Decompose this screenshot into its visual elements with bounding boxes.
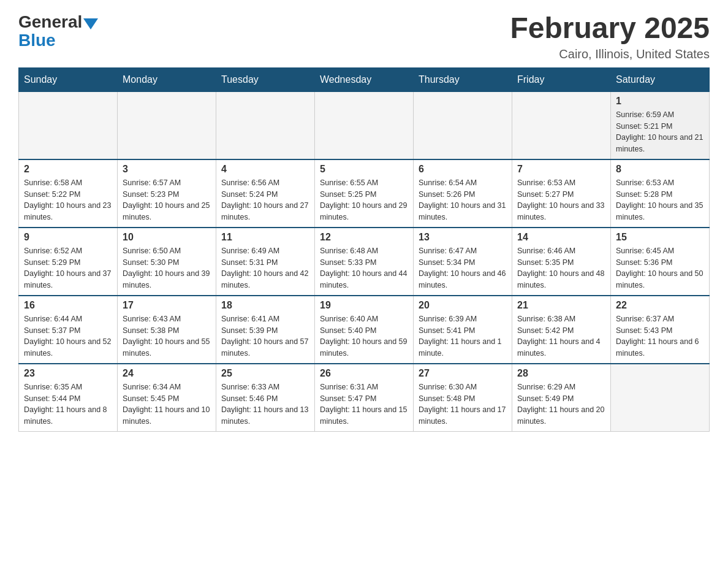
- day-info: Sunrise: 6:59 AMSunset: 5:21 PMDaylight:…: [616, 109, 704, 155]
- calendar-cell: 25Sunrise: 6:33 AMSunset: 5:46 PMDayligh…: [216, 364, 315, 432]
- day-info: Sunrise: 6:40 AMSunset: 5:40 PMDaylight:…: [320, 313, 408, 359]
- calendar-table: SundayMondayTuesdayWednesdayThursdayFrid…: [18, 67, 710, 432]
- day-info: Sunrise: 6:43 AMSunset: 5:38 PMDaylight:…: [123, 313, 211, 359]
- day-header-friday: Friday: [512, 67, 611, 91]
- day-info: Sunrise: 6:45 AMSunset: 5:36 PMDaylight:…: [616, 245, 704, 291]
- calendar-cell: 9Sunrise: 6:52 AMSunset: 5:29 PMDaylight…: [19, 228, 118, 296]
- day-info: Sunrise: 6:46 AMSunset: 5:35 PMDaylight:…: [517, 245, 605, 291]
- calendar-cell: 22Sunrise: 6:37 AMSunset: 5:43 PMDayligh…: [611, 296, 710, 364]
- calendar-cell: 3Sunrise: 6:57 AMSunset: 5:23 PMDaylight…: [118, 159, 216, 228]
- day-number: 24: [123, 368, 211, 379]
- day-number: 8: [616, 164, 704, 175]
- day-info: Sunrise: 6:39 AMSunset: 5:41 PMDaylight:…: [419, 313, 507, 359]
- day-number: 12: [320, 232, 408, 243]
- calendar-cell: 16Sunrise: 6:44 AMSunset: 5:37 PMDayligh…: [19, 296, 118, 364]
- calendar-cell: 2Sunrise: 6:58 AMSunset: 5:22 PMDaylight…: [19, 159, 118, 228]
- day-header-monday: Monday: [118, 67, 216, 91]
- day-info: Sunrise: 6:57 AMSunset: 5:23 PMDaylight:…: [123, 177, 211, 223]
- day-info: Sunrise: 6:30 AMSunset: 5:48 PMDaylight:…: [419, 381, 507, 427]
- calendar-cell: 13Sunrise: 6:47 AMSunset: 5:34 PMDayligh…: [414, 228, 512, 296]
- day-info: Sunrise: 6:53 AMSunset: 5:27 PMDaylight:…: [517, 177, 605, 223]
- logo-general-text: General: [18, 12, 82, 32]
- calendar-cell: [216, 91, 315, 159]
- day-number: 17: [123, 300, 211, 311]
- day-info: Sunrise: 6:54 AMSunset: 5:26 PMDaylight:…: [419, 177, 507, 223]
- calendar-cell: 23Sunrise: 6:35 AMSunset: 5:44 PMDayligh…: [19, 364, 118, 432]
- day-number: 9: [24, 232, 112, 243]
- day-info: Sunrise: 6:47 AMSunset: 5:34 PMDaylight:…: [419, 245, 507, 291]
- page-header: General Blue February 2025 Cairo, Illino…: [18, 12, 710, 61]
- day-header-saturday: Saturday: [611, 67, 710, 91]
- day-info: Sunrise: 6:29 AMSunset: 5:49 PMDaylight:…: [517, 381, 605, 427]
- calendar-header-row: SundayMondayTuesdayWednesdayThursdayFrid…: [19, 67, 710, 91]
- day-number: 16: [24, 300, 112, 311]
- calendar-cell: 6Sunrise: 6:54 AMSunset: 5:26 PMDaylight…: [414, 159, 512, 228]
- day-number: 1: [616, 96, 704, 107]
- day-info: Sunrise: 6:34 AMSunset: 5:45 PMDaylight:…: [123, 381, 211, 427]
- calendar-cell: 8Sunrise: 6:53 AMSunset: 5:28 PMDaylight…: [611, 159, 710, 228]
- day-info: Sunrise: 6:48 AMSunset: 5:33 PMDaylight:…: [320, 245, 408, 291]
- day-info: Sunrise: 6:56 AMSunset: 5:24 PMDaylight:…: [221, 177, 309, 223]
- calendar-week-row: 9Sunrise: 6:52 AMSunset: 5:29 PMDaylight…: [19, 228, 710, 296]
- calendar-cell: 10Sunrise: 6:50 AMSunset: 5:30 PMDayligh…: [118, 228, 216, 296]
- calendar-cell: 15Sunrise: 6:45 AMSunset: 5:36 PMDayligh…: [611, 228, 710, 296]
- calendar-cell: [19, 91, 118, 159]
- day-number: 26: [320, 368, 408, 379]
- day-info: Sunrise: 6:58 AMSunset: 5:22 PMDaylight:…: [24, 177, 112, 223]
- calendar-cell: 19Sunrise: 6:40 AMSunset: 5:40 PMDayligh…: [315, 296, 414, 364]
- calendar-cell: 12Sunrise: 6:48 AMSunset: 5:33 PMDayligh…: [315, 228, 414, 296]
- calendar-week-row: 1Sunrise: 6:59 AMSunset: 5:21 PMDaylight…: [19, 91, 710, 159]
- calendar-cell: 7Sunrise: 6:53 AMSunset: 5:27 PMDaylight…: [512, 159, 611, 228]
- day-number: 27: [419, 368, 507, 379]
- day-number: 28: [517, 368, 605, 379]
- calendar-cell: 1Sunrise: 6:59 AMSunset: 5:21 PMDaylight…: [611, 91, 710, 159]
- day-header-wednesday: Wednesday: [315, 67, 414, 91]
- calendar-title: February 2025: [510, 12, 710, 45]
- day-number: 4: [221, 164, 309, 175]
- calendar-cell: [512, 91, 611, 159]
- day-info: Sunrise: 6:53 AMSunset: 5:28 PMDaylight:…: [616, 177, 704, 223]
- calendar-cell: 24Sunrise: 6:34 AMSunset: 5:45 PMDayligh…: [118, 364, 216, 432]
- calendar-cell: 26Sunrise: 6:31 AMSunset: 5:47 PMDayligh…: [315, 364, 414, 432]
- calendar-cell: 21Sunrise: 6:38 AMSunset: 5:42 PMDayligh…: [512, 296, 611, 364]
- calendar-cell: [611, 364, 710, 432]
- calendar-location: Cairo, Illinois, United States: [510, 47, 710, 61]
- day-info: Sunrise: 6:55 AMSunset: 5:25 PMDaylight:…: [320, 177, 408, 223]
- day-info: Sunrise: 6:52 AMSunset: 5:29 PMDaylight:…: [24, 245, 112, 291]
- day-info: Sunrise: 6:41 AMSunset: 5:39 PMDaylight:…: [221, 313, 309, 359]
- day-number: 23: [24, 368, 112, 379]
- day-info: Sunrise: 6:37 AMSunset: 5:43 PMDaylight:…: [616, 313, 704, 359]
- calendar-cell: 14Sunrise: 6:46 AMSunset: 5:35 PMDayligh…: [512, 228, 611, 296]
- calendar-week-row: 2Sunrise: 6:58 AMSunset: 5:22 PMDaylight…: [19, 159, 710, 228]
- day-number: 6: [419, 164, 507, 175]
- calendar-cell: 5Sunrise: 6:55 AMSunset: 5:25 PMDaylight…: [315, 159, 414, 228]
- calendar-week-row: 16Sunrise: 6:44 AMSunset: 5:37 PMDayligh…: [19, 296, 710, 364]
- calendar-cell: 27Sunrise: 6:30 AMSunset: 5:48 PMDayligh…: [414, 364, 512, 432]
- calendar-cell: 4Sunrise: 6:56 AMSunset: 5:24 PMDaylight…: [216, 159, 315, 228]
- day-number: 14: [517, 232, 605, 243]
- day-number: 7: [517, 164, 605, 175]
- logo-blue-text: Blue: [18, 31, 56, 50]
- day-info: Sunrise: 6:44 AMSunset: 5:37 PMDaylight:…: [24, 313, 112, 359]
- day-number: 21: [517, 300, 605, 311]
- day-number: 20: [419, 300, 507, 311]
- day-number: 11: [221, 232, 309, 243]
- title-section: February 2025 Cairo, Illinois, United St…: [510, 12, 710, 61]
- calendar-cell: 28Sunrise: 6:29 AMSunset: 5:49 PMDayligh…: [512, 364, 611, 432]
- calendar-cell: 17Sunrise: 6:43 AMSunset: 5:38 PMDayligh…: [118, 296, 216, 364]
- day-number: 19: [320, 300, 408, 311]
- calendar-cell: 20Sunrise: 6:39 AMSunset: 5:41 PMDayligh…: [414, 296, 512, 364]
- day-header-thursday: Thursday: [414, 67, 512, 91]
- day-number: 3: [123, 164, 211, 175]
- day-info: Sunrise: 6:50 AMSunset: 5:30 PMDaylight:…: [123, 245, 211, 291]
- day-info: Sunrise: 6:31 AMSunset: 5:47 PMDaylight:…: [320, 381, 408, 427]
- day-number: 18: [221, 300, 309, 311]
- calendar-cell: [315, 91, 414, 159]
- day-info: Sunrise: 6:49 AMSunset: 5:31 PMDaylight:…: [221, 245, 309, 291]
- day-info: Sunrise: 6:38 AMSunset: 5:42 PMDaylight:…: [517, 313, 605, 359]
- day-number: 5: [320, 164, 408, 175]
- calendar-cell: 11Sunrise: 6:49 AMSunset: 5:31 PMDayligh…: [216, 228, 315, 296]
- calendar-cell: [118, 91, 216, 159]
- day-number: 25: [221, 368, 309, 379]
- day-header-sunday: Sunday: [19, 67, 118, 91]
